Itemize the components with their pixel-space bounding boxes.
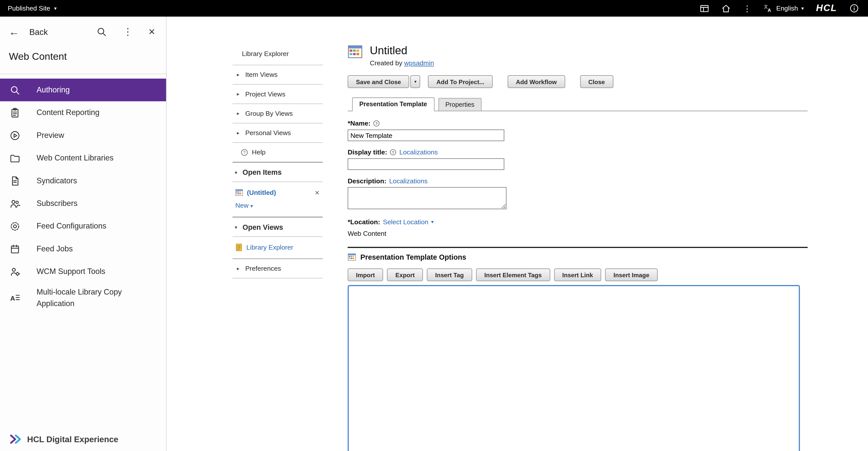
sidebar-item-preview[interactable]: Preview	[0, 124, 166, 147]
explorer-open-views-header[interactable]: ▾ Open Views	[232, 217, 323, 237]
kebab-menu-icon[interactable]: ⋮	[743, 4, 751, 12]
explorer-group-by-views[interactable]: ▸ Group By Views	[232, 104, 323, 123]
gear-icon	[9, 221, 21, 231]
description-label: Description:	[348, 177, 386, 185]
sidebar-item-web-content-libraries[interactable]: Web Content Libraries	[0, 147, 166, 169]
sidebar-item-subscribers[interactable]: Subscribers	[0, 192, 166, 215]
sidebar-header: ← Back ⋮ ×	[0, 17, 166, 46]
search-icon[interactable]	[96, 26, 107, 37]
explorer-help[interactable]: ? Help	[232, 143, 323, 162]
sidebar-item-multi-locale-library-copy[interactable]: A Multi-locale Library Copy Application	[0, 283, 166, 312]
add-workflow-button[interactable]: Add Workflow	[507, 75, 565, 88]
caret-down-icon: ▾	[250, 203, 253, 209]
sidebar-item-syndicators[interactable]: Syndicators	[0, 169, 166, 192]
hcl-logo: HCL	[816, 3, 837, 14]
select-location-link[interactable]: Select Location	[383, 218, 429, 226]
sidebar-footer-label: HCL Digital Experience	[27, 434, 118, 444]
description-localizations-link[interactable]: Localizations	[389, 177, 428, 185]
sidebar-title: Web Content	[0, 46, 166, 73]
help-icon[interactable]: ?	[373, 120, 380, 127]
explorer-open-items-header[interactable]: ▾ Open Items	[232, 162, 323, 182]
open-item-untitled[interactable]: (Untitled) ×	[232, 182, 323, 198]
explorer-title[interactable]: Library Explorer	[232, 49, 323, 65]
back-arrow-icon[interactable]: ←	[9, 26, 19, 37]
display-title-label: Display title:	[348, 149, 387, 156]
explorer-personal-views[interactable]: ▸ Personal Views	[232, 124, 323, 143]
template-markup-editor[interactable]	[348, 285, 800, 451]
translate-list-icon: A	[9, 292, 21, 303]
caret-down-icon[interactable]: ▾	[431, 219, 434, 225]
sidebar: ← Back ⋮ × Web Content Authoring	[0, 17, 166, 451]
export-button[interactable]: Export	[387, 268, 423, 281]
sidebar-nav: Authoring Content Reporting Preview Web …	[0, 78, 166, 312]
site-selector[interactable]: Published Site ▾	[0, 4, 57, 12]
collapsed-arrow-icon: ▸	[237, 111, 241, 116]
sidebar-item-content-reporting[interactable]: Content Reporting	[0, 101, 166, 124]
help-icon[interactable]: ?	[390, 149, 396, 155]
open-view-library-explorer[interactable]: Library Explorer	[232, 237, 323, 259]
insert-element-tags-button[interactable]: Insert Element Tags	[476, 268, 550, 281]
close-icon[interactable]: ×	[315, 189, 319, 197]
display-title-localizations-link[interactable]: Localizations	[399, 149, 438, 156]
site-selector-label: Published Site	[8, 4, 50, 12]
explorer-project-views[interactable]: ▸ Project Views	[232, 85, 323, 104]
svg-text:?: ?	[243, 150, 245, 155]
description-textarea[interactable]	[348, 187, 506, 209]
home-icon[interactable]	[721, 3, 731, 13]
back-label[interactable]: Back	[29, 27, 48, 36]
document-header: Untitled Created by wpsadmin	[348, 44, 808, 67]
display-title-input[interactable]	[348, 158, 504, 170]
close-button[interactable]: Close	[580, 75, 613, 88]
caret-down-icon: ▾	[801, 6, 804, 11]
magnifier-icon	[9, 85, 21, 95]
name-input[interactable]	[348, 130, 504, 141]
location-value: Web Content	[348, 230, 808, 237]
kebab-menu-icon[interactable]: ⋮	[123, 27, 132, 36]
sidebar-item-authoring[interactable]: Authoring	[0, 78, 166, 101]
explorer-preferences[interactable]: ▸ Preferences	[232, 259, 323, 279]
svg-text:A: A	[10, 294, 15, 302]
presentation-template-icon	[348, 44, 363, 67]
save-options-caret-button[interactable]: ▾	[410, 75, 421, 88]
sidebar-item-wcm-support-tools[interactable]: WCM Support Tools	[0, 260, 166, 283]
template-form: *Name: ? Display title: ? Localizations	[348, 120, 808, 237]
tab-bar: Presentation Template Properties	[348, 97, 808, 111]
collapsed-arrow-icon: ▸	[237, 91, 241, 97]
insert-image-button[interactable]: Insert Image	[605, 268, 657, 281]
document-icon	[9, 175, 21, 186]
info-icon[interactable]	[849, 3, 859, 13]
sidebar-footer: HCL Digital Experience	[9, 433, 118, 446]
insert-link-button[interactable]: Insert Link	[554, 268, 601, 281]
open-item-new-menu[interactable]: New ▾	[232, 198, 323, 217]
site-manager-icon[interactable]	[700, 3, 709, 13]
language-selector[interactable]: 文 A English ▾	[764, 3, 804, 13]
author-link[interactable]: wpsadmin	[404, 59, 434, 67]
import-button[interactable]: Import	[348, 268, 383, 281]
library-explorer-panel: Library Explorer ▸ Item Views ▸ Project …	[232, 49, 323, 279]
editor-toolbar: Import Export Insert Tag Insert Element …	[348, 268, 808, 281]
page-title: Untitled	[370, 44, 434, 57]
options-header-label: Presentation Template Options	[361, 253, 466, 261]
person-gear-icon	[9, 266, 21, 277]
folder-icon	[9, 153, 21, 163]
sidebar-item-feed-jobs[interactable]: Feed Jobs	[0, 237, 166, 260]
tab-presentation-template[interactable]: Presentation Template	[352, 97, 434, 111]
app-window: Published Site ▾ ⋮ 文 A English	[0, 0, 868, 451]
close-icon[interactable]: ×	[149, 26, 155, 37]
sidebar-item-feed-configurations[interactable]: Feed Configurations	[0, 215, 166, 237]
translate-icon: 文 A	[764, 3, 773, 13]
collapsed-arrow-icon: ▸	[237, 130, 241, 136]
explorer-item-views[interactable]: ▸ Item Views	[232, 65, 323, 85]
insert-tag-button[interactable]: Insert Tag	[427, 268, 472, 281]
svg-text:?: ?	[375, 121, 378, 126]
people-icon	[9, 198, 21, 209]
section-divider	[348, 247, 808, 248]
play-circle-icon	[9, 130, 21, 141]
topbar-actions: ⋮ 文 A English ▾ HCL	[700, 3, 868, 14]
presentation-template-icon	[348, 253, 356, 261]
save-and-close-button[interactable]: Save and Close	[348, 75, 409, 88]
caret-down-icon: ▾	[54, 6, 57, 11]
add-to-project-button[interactable]: Add To Project...	[428, 75, 493, 88]
hcl-dx-logo-icon	[9, 433, 22, 446]
tab-properties[interactable]: Properties	[438, 98, 482, 111]
